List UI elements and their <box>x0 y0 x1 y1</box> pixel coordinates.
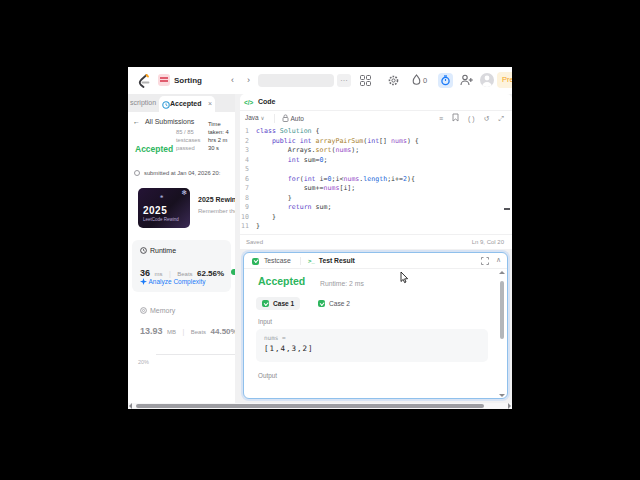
memory-title: Memory <box>150 307 175 314</box>
problem-list-label[interactable]: Sorting <box>174 67 202 94</box>
settings-gear-icon[interactable] <box>388 75 399 86</box>
page-hscrollbar[interactable] <box>128 403 512 409</box>
vertical-scroll-thumb[interactable] <box>500 281 504 339</box>
fullscreen-icon[interactable]: ⤢ <box>498 115 504 122</box>
scroll-right-icon[interactable] <box>508 403 511 409</box>
brackets-icon[interactable]: ( ) <box>468 115 475 122</box>
runtime-unit: ms <box>154 271 162 277</box>
input-param-name: nums = <box>264 334 480 341</box>
beats-label: Beats <box>177 271 192 277</box>
stopwatch-icon <box>440 75 451 86</box>
tab-accepted[interactable]: Accepted × <box>159 96 215 112</box>
case-2-label: Case 2 <box>329 300 350 307</box>
language-select[interactable]: Java ∨ <box>245 114 265 121</box>
streak-flame-icon[interactable] <box>412 74 421 86</box>
reset-code-icon[interactable]: ↺ <box>484 115 490 122</box>
all-submissions-link[interactable]: ← All Submissions <box>133 118 194 125</box>
prev-question-button[interactable]: ‹ <box>231 67 234 94</box>
runtime-beats-value: 62.56% <box>197 269 224 278</box>
autocomplete-label: Auto <box>290 115 303 122</box>
layout-grid-icon[interactable] <box>360 75 371 86</box>
page-scroll-thumb[interactable] <box>136 404 484 408</box>
scroll-left-icon[interactable] <box>129 403 132 409</box>
more-menu-button[interactable]: … <box>337 74 351 87</box>
close-tab-icon[interactable]: × <box>208 100 212 107</box>
case-1-tab[interactable]: Case 1 <box>256 297 300 310</box>
case-pass-icon <box>318 300 325 307</box>
premium-button[interactable]: Premium <box>497 72 512 88</box>
problem-list-icon[interactable] <box>158 74 170 86</box>
code-editor[interactable]: 1class Solution {2 public int arrayPairS… <box>240 127 512 234</box>
code-tag-icon: </> <box>244 99 253 106</box>
memory-value: 13.93 <box>140 326 163 336</box>
top-nav: Sorting ‹ › ⇄ … 0 <box>128 67 512 94</box>
panel-collapse-button[interactable]: ∧ <box>496 256 501 264</box>
format-code-icon[interactable]: ≡ <box>439 115 443 122</box>
runtime-header: Runtime <box>140 247 176 254</box>
snowflake-icon: ❄ <box>160 194 163 199</box>
test-panel-tabs: Testcase >_ Test Result ∧ <box>244 253 507 269</box>
code-tab-label[interactable]: Code <box>258 98 276 105</box>
timer-button[interactable] <box>438 73 453 88</box>
chevron-down-icon: ∨ <box>261 115 265 121</box>
user-avatar[interactable] <box>480 73 494 87</box>
submitted-at-row: submitted at Jan 04, 2026 20: <box>135 170 220 176</box>
bookmark-icon[interactable] <box>452 113 459 122</box>
output-label: Output <box>258 372 277 379</box>
scrollbar-overview-mark <box>504 208 510 210</box>
line-number: 11 <box>240 222 256 232</box>
line-number: 8 <box>240 194 256 204</box>
case-1-label: Case 1 <box>273 300 294 307</box>
rewind-caption: LeetCode Rewind <box>143 217 179 222</box>
memory-header: Memory <box>140 307 175 314</box>
tab-test-result[interactable]: >_ Test Result <box>308 257 355 264</box>
rewind-subtitle: Remember the <box>198 208 235 214</box>
code-toolbar: Java ∨ Auto ≡ ( ) ↺ ⤢ <box>240 111 512 126</box>
autocomplete-toggle[interactable]: Auto <box>282 114 304 122</box>
editor-actions: ≡ ( ) ↺ ⤢ <box>432 113 504 123</box>
sparkle-icon <box>140 278 147 285</box>
leetcode-logo[interactable] <box>136 73 150 88</box>
snowflake-icon: ❄ <box>181 189 187 197</box>
saved-status: Saved <box>246 239 263 245</box>
code-line: 2 public int arrayPairSum(int[] nums) { <box>240 137 512 147</box>
scroll-down-icon[interactable] <box>499 394 505 397</box>
rewind-thumbnail[interactable]: ❄ ❄ 2025 LeetCode Rewind <box>138 188 190 228</box>
scroll-up-icon[interactable] <box>499 271 505 274</box>
line-number: 1 <box>240 127 256 137</box>
runtime-card[interactable]: Runtime 36 ms | Beats 62.56% Analyze Com… <box>132 240 231 292</box>
terminal-icon: >_ <box>308 258 315 264</box>
code-editor-panel: </> Code Java ∨ Auto ≡ ( ) <box>240 94 512 249</box>
code-line: 3 Arrays.sort(nums); <box>240 146 512 156</box>
time-taken: Time taken: 4 hrs 2 m 30 s <box>208 120 234 152</box>
memory-value-row: 13.93 MB | Beats 44.50% <box>140 320 235 338</box>
memory-beats-value: 44.50% <box>211 327 235 336</box>
test-panel-vscrollbar[interactable] <box>499 271 505 397</box>
avatar-person-icon <box>480 73 494 87</box>
case-pass-icon <box>262 300 269 307</box>
memory-card[interactable]: Memory 13.93 MB | Beats 44.50% <box>132 300 235 344</box>
rewind-banner[interactable]: ❄ ❄ 2025 LeetCode Rewind 2025 Rewind Rem… <box>132 186 235 232</box>
tab-testcase[interactable]: Testcase <box>252 257 291 265</box>
test-runtime: Runtime: 2 ms <box>320 280 364 287</box>
input-value-box[interactable]: nums = [1,4,3,2] <box>256 329 488 362</box>
test-result-panel: Testcase >_ Test Result ∧ Accepted Runti… <box>243 252 508 399</box>
next-question-button[interactable]: › <box>247 67 250 94</box>
invite-user-icon[interactable] <box>460 74 473 86</box>
testcases-passed: 85 / 85 testcases passed <box>176 128 206 152</box>
code-line: 4 int sum=0; <box>240 156 512 166</box>
code-line: 9 return sum; <box>240 203 512 213</box>
panel-expand-button[interactable] <box>481 257 489 265</box>
line-number: 9 <box>240 203 256 213</box>
editor-status-bar: Saved Ln 9, Col 20 <box>240 234 512 249</box>
analyze-complexity-link[interactable]: Analyze Complexity <box>140 278 206 285</box>
left-panel: scription Accepted × ← All Submissions A… <box>128 94 235 409</box>
submitted-at-text: submitted at Jan 04, 2026 20: <box>144 170 220 176</box>
submission-status: Accepted <box>135 144 173 154</box>
testcase-check-icon <box>252 258 259 265</box>
tab-description-partial[interactable]: scription <box>130 99 156 106</box>
memory-unit: MB <box>167 329 176 335</box>
case-2-tab[interactable]: Case 2 <box>312 297 356 310</box>
runtime-value: 36 <box>140 268 150 278</box>
all-submissions-label: All Submissions <box>145 118 194 125</box>
